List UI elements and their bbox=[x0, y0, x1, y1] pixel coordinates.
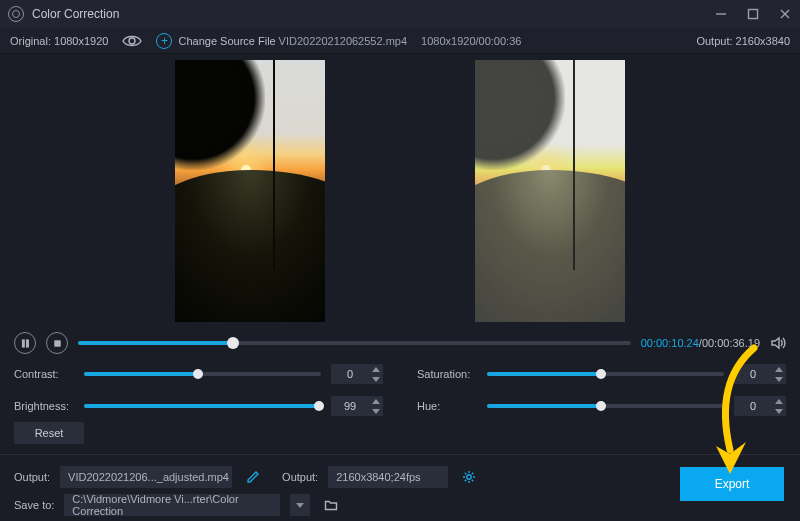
save-path-field: C:\Vidmore\Vidmore Vi...rter\Color Corre… bbox=[64, 494, 280, 516]
brightness-control: Brightness: 99 bbox=[14, 396, 383, 416]
info-bar: Original: 1080x1920 + Change Source File… bbox=[0, 28, 800, 54]
minimize-button[interactable] bbox=[714, 7, 728, 21]
svg-rect-2 bbox=[22, 339, 24, 346]
preview-area bbox=[0, 54, 800, 326]
brightness-slider[interactable] bbox=[84, 404, 321, 408]
hue-control: Hue: 0 bbox=[417, 396, 786, 416]
settings-gear-icon[interactable] bbox=[458, 466, 480, 488]
chevron-up-icon[interactable] bbox=[772, 364, 786, 374]
edit-filename-icon[interactable] bbox=[242, 466, 264, 488]
chevron-down-icon[interactable] bbox=[772, 374, 786, 384]
timeline-knob[interactable] bbox=[227, 337, 239, 349]
stop-button[interactable] bbox=[46, 332, 68, 354]
title-bar: Color Correction bbox=[0, 0, 800, 28]
contrast-stepper[interactable]: 0 bbox=[331, 364, 383, 384]
chevron-up-icon[interactable] bbox=[369, 396, 383, 406]
contrast-control: Contrast: 0 bbox=[14, 364, 383, 384]
timeline-slider[interactable] bbox=[78, 341, 631, 345]
contrast-label: Contrast: bbox=[14, 368, 74, 380]
brightness-stepper[interactable]: 99 bbox=[331, 396, 383, 416]
adjusted-preview bbox=[475, 60, 625, 322]
close-button[interactable] bbox=[778, 7, 792, 21]
svg-rect-4 bbox=[54, 340, 59, 345]
svg-point-1 bbox=[129, 38, 135, 44]
color-controls: Contrast: 0 Saturation: 0 Brightness: 99… bbox=[0, 360, 800, 422]
saturation-control: Saturation: 0 bbox=[417, 364, 786, 384]
saturation-label: Saturation: bbox=[417, 368, 477, 380]
save-to-label: Save to: bbox=[14, 499, 54, 511]
export-button[interactable]: Export bbox=[680, 467, 784, 501]
contrast-slider[interactable] bbox=[84, 372, 321, 376]
output-filename-field: VID2022021206..._adjusted.mp4 bbox=[60, 466, 232, 488]
output-resolution-label: Output: 2160x3840 bbox=[696, 35, 790, 47]
save-path-dropdown[interactable] bbox=[290, 494, 310, 516]
svg-rect-3 bbox=[26, 339, 28, 346]
brightness-label: Brightness: bbox=[14, 400, 74, 412]
original-resolution-label: Original: 1080x1920 bbox=[10, 35, 108, 47]
hue-label: Hue: bbox=[417, 400, 477, 412]
output-format-label: Output: bbox=[282, 471, 318, 483]
open-folder-icon[interactable] bbox=[320, 494, 342, 516]
output-filename-label: Output: bbox=[14, 471, 50, 483]
pause-button[interactable] bbox=[14, 332, 36, 354]
change-source-button[interactable]: + Change Source File bbox=[156, 33, 275, 49]
svg-rect-0 bbox=[749, 10, 758, 19]
window-title: Color Correction bbox=[32, 7, 119, 21]
output-format-field: 2160x3840;24fps bbox=[328, 466, 448, 488]
source-resolution-duration: 1080x1920/00:00:36 bbox=[421, 35, 521, 47]
playback-bar: 00:00:10.24/00:00:36.19 bbox=[0, 326, 800, 360]
divider bbox=[0, 454, 800, 455]
saturation-slider[interactable] bbox=[487, 372, 724, 376]
chevron-down-icon[interactable] bbox=[369, 406, 383, 416]
chevron-up-icon[interactable] bbox=[369, 364, 383, 374]
plus-circle-icon: + bbox=[156, 33, 172, 49]
svg-point-5 bbox=[467, 475, 471, 479]
playback-time: 00:00:10.24/00:00:36.19 bbox=[641, 337, 760, 349]
chevron-down-icon[interactable] bbox=[772, 406, 786, 416]
preview-toggle-icon[interactable] bbox=[122, 34, 142, 48]
maximize-button[interactable] bbox=[746, 7, 760, 21]
timeline-progress bbox=[78, 341, 233, 345]
change-source-label: Change Source File bbox=[178, 35, 275, 47]
chevron-down-icon[interactable] bbox=[369, 374, 383, 384]
source-filename: VID20220212062552.mp4 bbox=[279, 35, 407, 47]
original-preview bbox=[175, 60, 325, 322]
chevron-up-icon[interactable] bbox=[772, 396, 786, 406]
reset-button[interactable]: Reset bbox=[14, 422, 84, 444]
hue-stepper[interactable]: 0 bbox=[734, 396, 786, 416]
app-logo-icon bbox=[8, 6, 24, 22]
hue-slider[interactable] bbox=[487, 404, 724, 408]
volume-icon[interactable] bbox=[770, 335, 786, 351]
saturation-stepper[interactable]: 0 bbox=[734, 364, 786, 384]
